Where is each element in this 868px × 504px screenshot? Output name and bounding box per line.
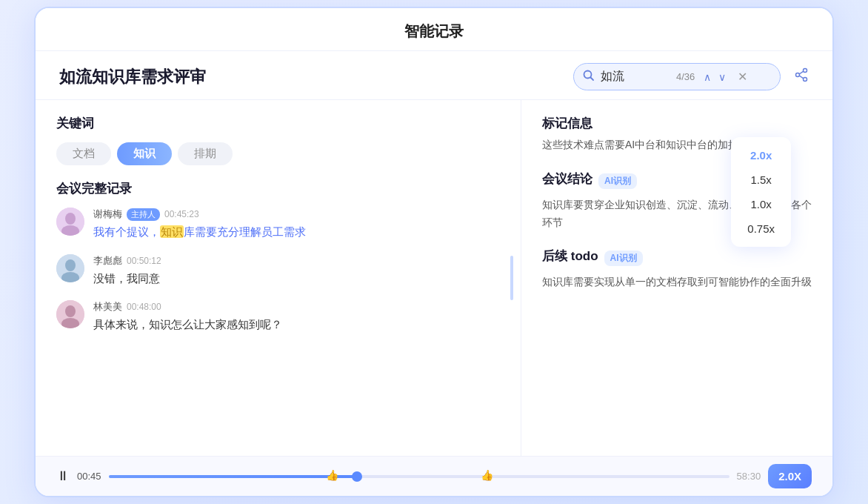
host-badge: 主持人: [127, 208, 160, 221]
search-next-btn[interactable]: ∨: [715, 70, 729, 84]
title-bar: 智能记录: [36, 8, 832, 51]
speed-btn[interactable]: 2.0X: [768, 464, 812, 488]
progress-track[interactable]: 👍 👍: [109, 475, 730, 478]
transcript-body: 李彪彪 00:50:12 没错，我同意: [93, 254, 500, 288]
bookmark-marker-2: 👍: [481, 469, 493, 481]
time-current: 00:45: [77, 471, 101, 482]
todo-section: 后续 todo AI识别 知识库需要实现从单一的文档存取到可智能协作的全面升级 …: [542, 248, 812, 291]
todo-badge-row: 后续 todo AI识别: [542, 248, 812, 269]
avatar: [56, 300, 84, 328]
svg-point-14: [65, 305, 76, 317]
progress-thumb: [352, 471, 362, 482]
speaker-name: 李彪彪: [93, 254, 122, 268]
keyword-highlight: 知识: [149, 318, 171, 331]
share-btn[interactable]: [794, 67, 809, 86]
speed-option-1x[interactable]: 1.0x: [731, 192, 791, 216]
window-title: 智能记录: [404, 23, 464, 39]
avatar: [56, 208, 84, 236]
keywords-bar: 文档 知识 排期: [56, 142, 500, 165]
progress-fill: [109, 475, 357, 478]
search-bar: 4/36 ∧ ∨ ✕: [573, 63, 781, 90]
svg-point-4: [804, 78, 807, 82]
svg-line-5: [799, 71, 804, 74]
todo-title: 后续 todo: [542, 248, 598, 265]
main-window: 智能记录 如流知识库需求评审 4/36 ∧ ∨ ✕: [34, 7, 834, 497]
speaker-line: 李彪彪 00:50:12: [93, 254, 500, 268]
transcript-item: 李彪彪 00:50:12 没错，我同意: [56, 254, 500, 288]
scroll-divider: [510, 256, 513, 300]
keywords-label: 关键词: [56, 115, 500, 132]
svg-point-2: [804, 69, 807, 73]
transcript-item: 林美美 00:48:00 具体来说，知识怎么让大家感知到呢？: [56, 300, 500, 334]
transcript-list: 谢梅梅 主持人 00:45:23 我有个提议，知识库需要充分理解员工需求: [56, 208, 500, 334]
transcript-label: 会议完整记录: [56, 180, 500, 197]
svg-point-8: [65, 213, 76, 225]
transcript-item: 谢梅梅 主持人 00:45:23 我有个提议，知识库需要充分理解员工需求: [56, 208, 500, 241]
search-prev-btn[interactable]: ∧: [701, 70, 714, 84]
speaker-line: 林美美 00:48:00: [93, 300, 500, 314]
doc-title: 如流知识库需求评审: [59, 66, 206, 88]
avatar: [56, 254, 84, 282]
time-stamp: 00:45:23: [164, 209, 199, 219]
svg-point-11: [65, 259, 76, 271]
transcript-body: 林美美 00:48:00 具体来说，知识怎么让大家感知到呢？: [93, 300, 500, 334]
keyword-highlight: 知识: [160, 225, 184, 238]
speaker-line: 谢梅梅 主持人 00:45:23: [93, 208, 500, 221]
left-panel: 关键词 文档 知识 排期 会议完整记录: [36, 100, 521, 456]
svg-line-1: [591, 77, 594, 80]
transcript-text: 具体来说，知识怎么让大家感知到呢？: [93, 316, 500, 334]
time-stamp: 00:50:12: [127, 256, 161, 266]
bookmark-marker-1: 👍: [326, 469, 338, 481]
search-input[interactable]: [601, 70, 667, 84]
main-content: 关键词 文档 知识 排期 会议完整记录: [36, 100, 832, 456]
search-icon: [583, 70, 595, 84]
todo-text: 知识库需要实现从单一的文档存取到可智能协作的全面升级: [542, 273, 812, 291]
transcript-body: 谢梅梅 主持人 00:45:23 我有个提议，知识库需要充分理解员工需求: [93, 208, 500, 241]
transcript-text: 我有个提议，知识库需要充分理解员工需求: [93, 224, 500, 241]
search-close-btn[interactable]: ✕: [735, 68, 750, 85]
ai-badge: AI识别: [598, 173, 637, 189]
search-count: 4/36: [676, 71, 695, 82]
marked-info-title: 标记信息: [542, 115, 812, 132]
playback-bar: ⏸ 00:45 👍 👍 58:30 2.0X: [36, 456, 832, 496]
svg-line-6: [799, 76, 804, 79]
speed-option-2x[interactable]: 2.0x: [731, 143, 791, 168]
speaker-name: 谢梅梅: [93, 208, 122, 221]
toolbar: 如流知识库需求评审 4/36 ∧ ∨ ✕: [36, 51, 832, 100]
time-stamp: 00:48:00: [127, 302, 161, 312]
speed-option-1-5x[interactable]: 1.5x: [731, 168, 791, 192]
transcript-text: 没错，我同意: [93, 271, 500, 288]
svg-point-3: [796, 73, 800, 77]
ai-badge-todo: AI识别: [604, 251, 643, 266]
keyword-tag-knowledge[interactable]: 知识: [117, 142, 172, 165]
pause-btn[interactable]: ⏸: [56, 468, 70, 484]
conclusion-title: 会议结论: [542, 170, 592, 188]
keyword-tag-schedule[interactable]: 排期: [178, 142, 233, 165]
speaker-name: 林美美: [93, 300, 122, 314]
search-nav: ∧ ∨: [701, 70, 729, 84]
keyword-tag-doc[interactable]: 文档: [56, 142, 111, 165]
right-panel: 标记信息 这些技术难点需要AI中台和知识中台的加持 会议结论 AI识别 知识库要…: [521, 100, 832, 456]
speed-option-0-75x[interactable]: 0.75x: [731, 216, 791, 241]
time-total: 58:30: [737, 471, 761, 482]
speed-dropdown: 2.0x 1.5x 1.0x 0.75x: [731, 137, 791, 247]
